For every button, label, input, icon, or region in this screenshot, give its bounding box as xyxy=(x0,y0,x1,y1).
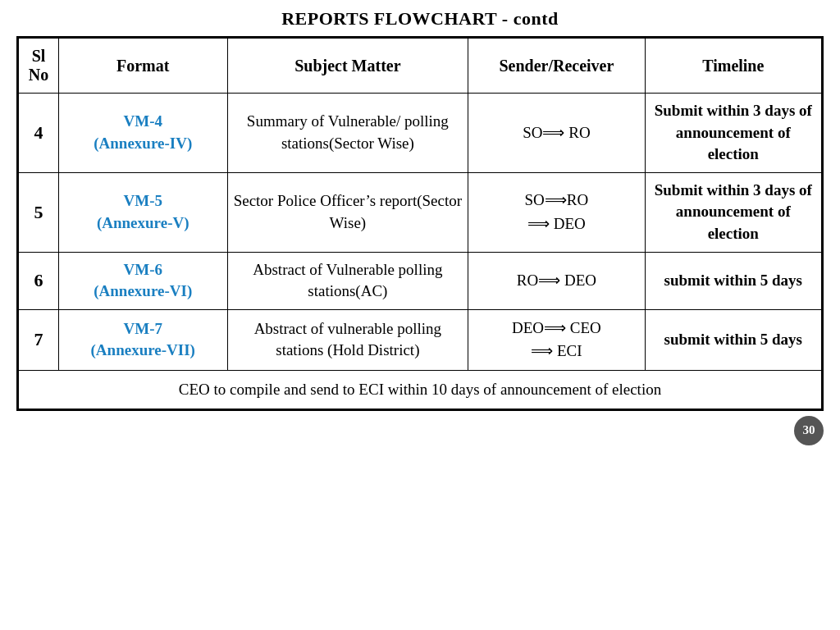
header-format: Format xyxy=(58,39,227,94)
row4-sender: SO⟹ RO xyxy=(468,94,645,173)
reports-table: Sl No Format Subject Matter Sender/Recei… xyxy=(16,36,824,411)
table-row: 6 VM-6 (Annexure-VI) Abstract of Vulnera… xyxy=(19,252,822,309)
row4-timeline: Submit within 3 days of announcement of … xyxy=(645,94,821,173)
table-row: 7 VM-7 (Annexure-VII) Abstract of vulner… xyxy=(19,309,822,370)
footer-text: CEO to compile and send to ECI within 10… xyxy=(19,370,822,409)
row6-subject: Abstract of Vulnerable polling stations(… xyxy=(227,252,468,309)
row6-timeline: submit within 5 days xyxy=(645,252,821,309)
row7-timeline: submit within 5 days xyxy=(645,309,821,370)
page-title: REPORTS FLOWCHART - contd xyxy=(281,8,559,30)
row4-sl: 4 xyxy=(19,94,59,173)
row7-format: VM-7 (Annexure-VII) xyxy=(58,309,227,370)
row4-format: VM-4 (Annexure-IV) xyxy=(58,94,227,173)
table-row: 5 VM-5 (Annexure-V) Sector Police Office… xyxy=(19,172,822,252)
row4-subject: Summary of Vulnerable/ polling stations(… xyxy=(227,94,468,173)
page-number-container: 30 xyxy=(16,416,824,445)
row5-format: VM-5 (Annexure-V) xyxy=(58,172,227,252)
row5-sl: 5 xyxy=(19,172,59,252)
row7-sender: DEO⟹ CEO ⟹ ECI xyxy=(468,309,645,370)
header-sl: Sl No xyxy=(19,39,59,94)
header-subject: Subject Matter xyxy=(227,39,468,94)
row6-sl: 6 xyxy=(19,252,59,309)
row5-timeline: Submit within 3 days of announcement of … xyxy=(645,172,821,252)
row6-sender: RO⟹ DEO xyxy=(468,252,645,309)
row5-sender: SO⟹RO ⟹ DEO xyxy=(468,172,645,252)
page-number-badge: 30 xyxy=(794,416,824,445)
row7-subject: Abstract of vulnerable polling stations … xyxy=(227,309,468,370)
header-timeline: Timeline xyxy=(645,39,821,94)
row5-subject: Sector Police Officer’s report(Sector Wi… xyxy=(227,172,468,252)
header-sender: Sender/Receiver xyxy=(468,39,645,94)
row6-format: VM-6 (Annexure-VI) xyxy=(58,252,227,309)
footer-row: CEO to compile and send to ECI within 10… xyxy=(19,370,822,409)
row7-sl: 7 xyxy=(19,309,59,370)
table-row: 4 VM-4 (Annexure-IV) Summary of Vulnerab… xyxy=(19,94,822,173)
